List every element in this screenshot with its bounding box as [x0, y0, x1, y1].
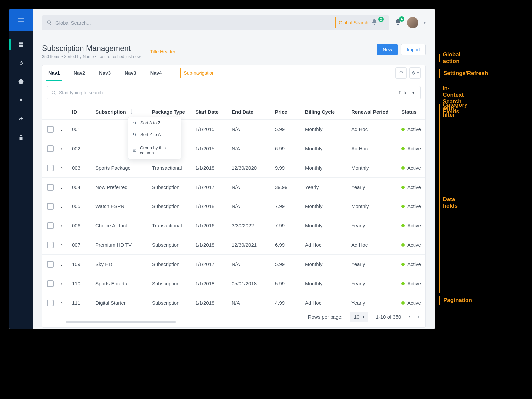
menu-sort-za[interactable]: Sort Z to A — [128, 129, 181, 140]
filter-button[interactable]: Filter▼ — [393, 86, 421, 99]
expand-row[interactable]: › — [61, 165, 72, 171]
row-checkbox[interactable] — [47, 222, 54, 229]
expand-row[interactable]: › — [61, 300, 72, 306]
rpp-select[interactable]: 10▾ — [350, 312, 369, 322]
expand-row[interactable]: › — [61, 262, 72, 267]
horizontal-scrollbar[interactable] — [66, 321, 176, 323]
row-checkbox[interactable] — [47, 145, 54, 152]
brand-logo[interactable] — [9, 9, 33, 31]
row-checkbox[interactable] — [47, 165, 54, 171]
col-price[interactable]: Price — [275, 109, 305, 115]
expand-row[interactable]: › — [61, 185, 72, 190]
tab-nav2[interactable]: Nav2 — [72, 65, 87, 81]
settings-button[interactable]: ▼ — [409, 67, 421, 79]
cell-package: Subscription — [152, 281, 195, 286]
table-search-input[interactable] — [59, 90, 389, 95]
pin-icon — [18, 97, 24, 103]
menu-sort-az[interactable]: Sort A to Z — [128, 117, 181, 129]
annot-bar — [147, 46, 147, 57]
col-subscription[interactable]: Subscription⋮ — [95, 109, 152, 115]
title-left: Subscription Management 350 Items • Sort… — [42, 44, 175, 59]
callout-data-fields: Data fields — [439, 113, 458, 293]
row-checkbox[interactable] — [47, 280, 54, 287]
sidebar-item-history[interactable] — [9, 77, 33, 86]
row-checkbox[interactable] — [47, 203, 54, 210]
cell-end: 3/30/2022 — [232, 223, 275, 228]
table-row[interactable]: ›003Sports PackageTransactional1/1/20181… — [42, 158, 425, 177]
filter-label: Filter — [399, 90, 409, 95]
tab-nav3b[interactable]: Nav3 — [123, 65, 138, 81]
col-status[interactable]: Status — [401, 109, 425, 115]
sidebar-item-settings[interactable] — [9, 59, 33, 68]
sidebar-item-share[interactable] — [9, 114, 33, 124]
table-row[interactable]: ›109Sky HDSubscription1/1/2017N/A5.99Mon… — [42, 254, 425, 274]
avatar[interactable] — [407, 17, 418, 28]
prev-page-button[interactable]: ‹ — [408, 314, 410, 320]
col-id[interactable]: ID — [72, 109, 95, 115]
col-renewal[interactable]: Renewal Period — [351, 109, 401, 115]
callout-global-action: Global action — [439, 51, 461, 65]
grid-icon — [18, 42, 24, 48]
cell-billing: Ad Hoc — [305, 242, 351, 248]
new-button[interactable]: New — [377, 44, 398, 55]
refresh-button[interactable] — [395, 67, 407, 79]
next-page-button[interactable]: › — [418, 314, 419, 320]
pagination: Rows per page: 10▾ 1-10 of 350 ‹ › — [42, 306, 425, 327]
tab-nav4[interactable]: Nav4 — [149, 65, 163, 81]
cell-start: 1/1/2017 — [195, 184, 232, 190]
cell-price: 39.99 — [275, 184, 305, 190]
row-checkbox[interactable] — [47, 184, 54, 191]
table-row[interactable]: ›006Choice All Incl..Transactional1/1/20… — [42, 216, 425, 235]
cell-id: 003 — [72, 165, 95, 171]
chevron-down-icon: ▾ — [363, 315, 364, 319]
table-row[interactable]: ›110Sports Enterta..Subscription1/1/2018… — [42, 274, 425, 293]
table-row[interactable]: ›007Premium HD TVSubscription1/1/201812/… — [42, 235, 425, 254]
table-row[interactable]: ›005Watch ESPNSubscription1/1/2018N/A7.9… — [42, 197, 425, 216]
row-checkbox[interactable] — [47, 242, 54, 248]
cell-price: 7.99 — [275, 203, 305, 209]
sidebar-item-pin[interactable] — [9, 96, 33, 105]
title-annotation: Title Header — [147, 46, 175, 57]
col-end[interactable]: End Date — [232, 109, 275, 115]
cell-renewal: Monthly — [351, 165, 401, 171]
table-row[interactable]: ›002tSubscription1/1/2015N/A6.99MonthlyA… — [42, 139, 425, 158]
col-start[interactable]: Start Date — [195, 109, 232, 115]
table-row[interactable]: ›004Now PreferredSubscription1/1/2017N/A… — [42, 177, 425, 197]
import-button[interactable]: Import — [401, 44, 426, 55]
column-menu-trigger[interactable]: ⋮ — [129, 109, 134, 115]
row-checkbox[interactable] — [47, 300, 54, 306]
global-search[interactable]: Global Search 2 — [42, 15, 389, 30]
search-bell[interactable]: 2 — [371, 19, 381, 27]
col-package[interactable]: Package Type — [152, 109, 195, 115]
table-row[interactable]: ›111Digital StarterSubscription1/1/2018N… — [42, 293, 425, 306]
profile-dropdown[interactable]: ▾ — [424, 20, 426, 25]
expand-row[interactable]: › — [61, 146, 72, 151]
expand-row[interactable]: › — [61, 223, 72, 228]
row-checkbox[interactable] — [47, 261, 54, 268]
title-bar: Subscription Management 350 Items • Sort… — [42, 44, 426, 59]
notifications-button[interactable]: 4 — [394, 18, 402, 27]
cell-status: Active — [401, 126, 425, 132]
cell-billing: Monthly — [305, 165, 351, 171]
bell-icon — [371, 19, 378, 25]
cell-start: 1/1/2018 — [195, 242, 232, 248]
global-search-input[interactable] — [55, 20, 335, 26]
expand-row[interactable]: › — [61, 204, 72, 209]
expand-row[interactable]: › — [61, 281, 72, 286]
row-checkbox[interactable] — [47, 126, 54, 133]
cell-start: 1/1/2015 — [195, 126, 232, 132]
expand-row[interactable]: › — [61, 242, 72, 248]
table-row[interactable]: ›001Subscription1/1/2015N/A5.99MonthlyAd… — [42, 119, 425, 139]
col-billing[interactable]: Billing Cycle — [305, 109, 351, 115]
menu-group-by[interactable]: Group by this column — [128, 142, 181, 159]
tab-nav3a[interactable]: Nav3 — [98, 65, 112, 81]
cell-subscription: Sports Enterta.. — [95, 281, 152, 286]
sidebar-item-dashboard[interactable] — [9, 40, 33, 49]
global-search-annotation: Global Search 2 — [335, 17, 384, 28]
expand-row[interactable]: › — [61, 127, 72, 132]
sidebar-item-security[interactable] — [9, 133, 33, 142]
tab-nav1[interactable]: Nav1 — [47, 65, 61, 81]
grid-header: ID Subscription⋮ Package Type Start Date… — [42, 104, 425, 119]
gear-icon — [411, 71, 416, 76]
table-search[interactable] — [47, 86, 393, 99]
